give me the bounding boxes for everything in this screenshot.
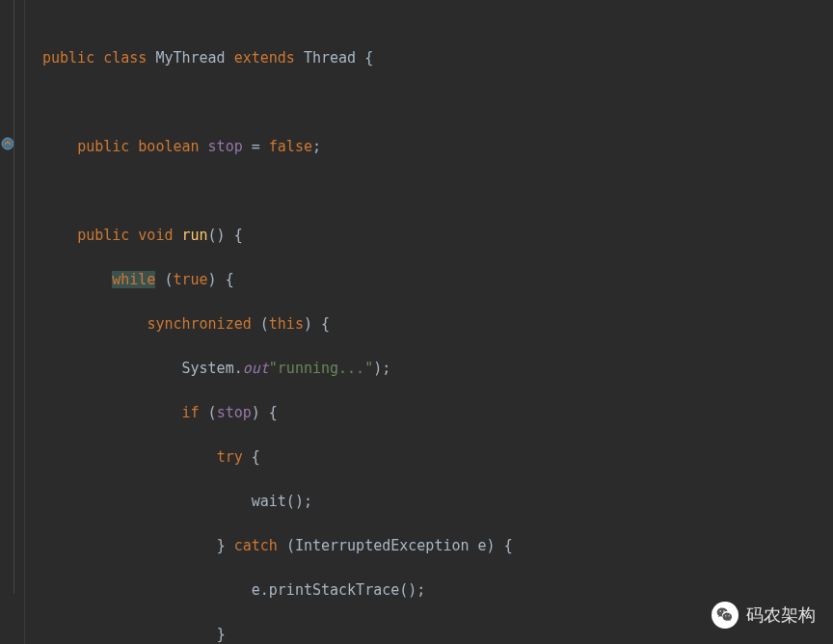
- code-editor: public class MyThread extends Thread { p…: [0, 0, 833, 644]
- code-line: public class MyThread extends Thread {: [42, 47, 513, 69]
- code-line: wait();: [42, 491, 513, 513]
- watermark: 码农架构: [712, 602, 816, 629]
- code-line: while (true) {: [42, 269, 513, 291]
- editor-gutter: [0, 0, 25, 644]
- code-line: try {: [42, 446, 513, 469]
- code-line: if (stop) {: [42, 402, 513, 424]
- svg-point-0: [2, 138, 13, 149]
- code-line: }: [42, 624, 513, 644]
- override-icon[interactable]: [1, 135, 14, 148]
- code-line: } catch (InterruptedException e) {: [42, 535, 513, 557]
- code-line: public void run() {: [42, 225, 513, 247]
- code-line: [42, 180, 513, 202]
- code-line: [42, 92, 513, 114]
- code-line: public boolean stop = false;: [42, 136, 513, 158]
- code-line: System.out"running...");: [42, 358, 513, 380]
- wechat-icon: [712, 602, 739, 629]
- watermark-text: 码农架构: [746, 604, 816, 627]
- code-line: e.printStackTrace();: [42, 579, 513, 602]
- code-line: synchronized (this) {: [42, 313, 513, 335]
- code-area[interactable]: public class MyThread extends Thread { p…: [25, 0, 513, 644]
